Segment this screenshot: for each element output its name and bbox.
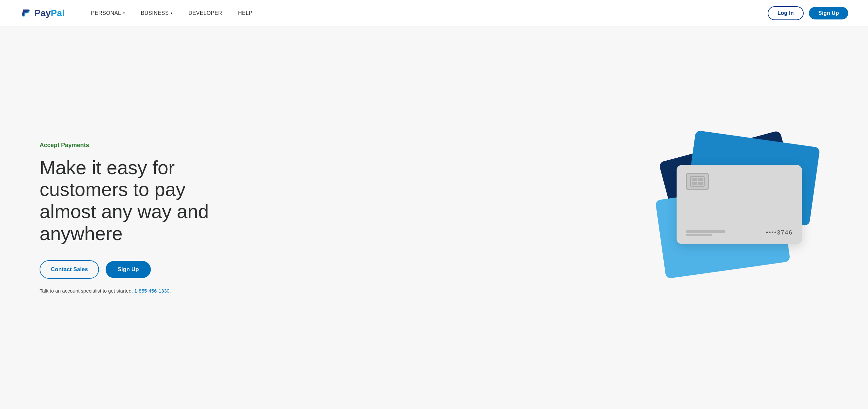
chevron-down-icon: ▾ xyxy=(170,11,173,15)
hero-content: Accept Payments Make it easy for custome… xyxy=(40,142,231,294)
nav-item-business[interactable]: BUSINESS ▾ xyxy=(141,10,173,16)
nav-item-help[interactable]: HELP xyxy=(238,10,252,16)
login-button[interactable]: Log In xyxy=(768,6,804,20)
hero-buttons: Contact Sales Sign Up xyxy=(40,260,231,279)
paypal-logo[interactable]: PayPal xyxy=(20,7,65,19)
card-chip-inner xyxy=(690,176,705,187)
nav-actions: Log In Sign Up xyxy=(768,6,848,20)
card-name-area xyxy=(686,230,725,236)
chip-cell-4 xyxy=(698,182,703,185)
phone-link[interactable]: 1-855-456-1330 xyxy=(134,288,169,294)
nav-links: PERSONAL ▾ BUSINESS ▾ DEVELOPER HELP xyxy=(91,10,768,16)
card-chip xyxy=(686,173,709,190)
card-name-line-short xyxy=(686,234,712,236)
nav-item-personal[interactable]: PERSONAL ▾ xyxy=(91,10,125,16)
signup-button[interactable]: Sign Up xyxy=(809,7,848,20)
logo-text: PayPal xyxy=(34,8,65,19)
card-main: ••••3746 xyxy=(677,165,802,244)
chip-cell-3 xyxy=(692,182,697,185)
chevron-down-icon: ▾ xyxy=(123,11,125,15)
hero-tag: Accept Payments xyxy=(40,142,231,149)
card-number: ••••3746 xyxy=(766,229,793,236)
card-stack: ••••3746 xyxy=(657,139,828,297)
hero-title: Make it easy for customers to pay almost… xyxy=(40,157,231,245)
chip-cell-1 xyxy=(692,178,697,181)
navbar: PayPal PERSONAL ▾ BUSINESS ▾ DEVELOPER H… xyxy=(0,0,868,26)
contact-sales-button[interactable]: Contact Sales xyxy=(40,260,99,279)
nav-item-developer[interactable]: DEVELOPER xyxy=(188,10,222,16)
card-bottom: ••••3746 xyxy=(686,229,793,236)
chip-cell-2 xyxy=(698,178,703,181)
hero-footnote: Talk to an account specialist to get sta… xyxy=(40,288,231,294)
hero-section: Accept Payments Make it easy for custome… xyxy=(0,26,868,409)
card-name-line xyxy=(686,230,725,233)
paypal-logo-icon xyxy=(20,7,32,19)
hero-illustration: ••••3746 xyxy=(657,139,828,297)
hero-signup-button[interactable]: Sign Up xyxy=(105,261,151,278)
